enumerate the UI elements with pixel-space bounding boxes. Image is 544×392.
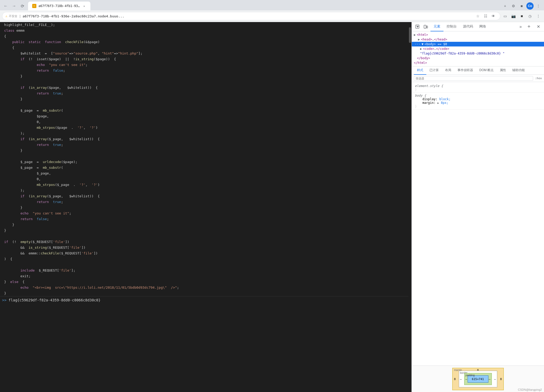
nav-buttons: ← → ⟳ bbox=[2, 2, 26, 10]
browser-chrome: ← → ⟳ a67f76f3-718b-4fb1-936e-2a9ac60c23… bbox=[0, 0, 544, 22]
flag-output-bar: >> flag{c59629df-f82a-4359-8dd0-c0066c8d… bbox=[0, 296, 412, 304]
new-tab-button[interactable]: + bbox=[501, 2, 509, 10]
dom-tree: ▶<html> ▶ <head>… </head> ···▼ <body> ==… bbox=[412, 31, 544, 66]
body-style-close: } bbox=[415, 105, 417, 108]
devtools-toolbar: 元素 控制台 源代码 网络 » + ✕ bbox=[412, 22, 544, 31]
address-bar-row: ⚠ 不安全 | a67f76f3-718b-4fb1-936e-2a9ac60c… bbox=[0, 10, 544, 22]
margin-expand-arrow[interactable]: ▶ bbox=[437, 102, 439, 104]
tab-network[interactable]: 网络 bbox=[476, 22, 489, 31]
extensions-button[interactable]: ■ bbox=[518, 2, 525, 10]
scrollbar-thumb[interactable] bbox=[409, 27, 411, 43]
expand-body-arrow[interactable]: ▼ bbox=[422, 42, 423, 46]
tab-properties[interactable]: 属性 bbox=[497, 66, 509, 75]
box-model-area: margin 8 8 8 border – – padding – – bbox=[412, 366, 544, 392]
content-size: 615×741 bbox=[472, 377, 484, 381]
element-style-close: } bbox=[415, 88, 417, 91]
customize-button[interactable]: ⚙ bbox=[510, 2, 517, 10]
address-bar[interactable]: ⚠ 不安全 | a67f76f3-718b-4fb1-936e-2a9ac60c… bbox=[2, 12, 500, 20]
styles-panel: element.style { } body { display: block;… bbox=[412, 82, 544, 366]
screenshot-button[interactable]: 📷 bbox=[510, 12, 517, 20]
svg-rect-2 bbox=[424, 25, 426, 28]
devtools-more-button[interactable]: » bbox=[517, 23, 524, 30]
styles-filter-bar: :hov bbox=[412, 75, 544, 82]
element-style-label: element.style { bbox=[415, 84, 443, 88]
margin-box: margin 8 8 8 border – – padding – – bbox=[452, 368, 504, 390]
hov-button[interactable]: :hov bbox=[535, 77, 542, 80]
flag-text: flag{c59629df-f82a-4359-8dd0-c0066c8d30c… bbox=[9, 297, 101, 303]
tab-styles[interactable]: 样式 bbox=[414, 66, 426, 75]
body-style-rule: body { display: block; margin: ▶ 8px; } bbox=[412, 93, 544, 110]
devtools-close-button[interactable]: ✕ bbox=[535, 23, 542, 30]
tab-computed[interactable]: 已计算 bbox=[426, 66, 442, 75]
main-area: highlight_file(__FILE__); class emmm { p… bbox=[0, 22, 544, 392]
devtools-add-button[interactable]: + bbox=[525, 23, 533, 30]
dom-line-head[interactable]: ▶ <head>… </head> bbox=[412, 37, 544, 42]
padding-right-val: – bbox=[489, 377, 490, 381]
tab-sources[interactable]: 源代码 bbox=[460, 22, 476, 31]
expand-html-arrow[interactable]: ▶ bbox=[414, 33, 416, 37]
tab-favicon bbox=[32, 4, 36, 8]
dom-line-body-close[interactable]: </body> bbox=[412, 56, 544, 60]
forward-button[interactable]: → bbox=[10, 2, 18, 10]
reload-button[interactable]: ⟳ bbox=[19, 2, 26, 10]
margin-val: 8px; bbox=[441, 101, 448, 105]
zoom-button[interactable]: 👁 bbox=[490, 12, 497, 20]
tab-layout[interactable]: 布局 bbox=[442, 66, 454, 75]
inspect-element-button[interactable] bbox=[414, 23, 421, 30]
tab-title: a67f76f3-718b-4fb1-936e-2a9ac60c23a7.nod… bbox=[38, 4, 80, 8]
tab-accessibility[interactable]: 辅助功能 bbox=[509, 66, 528, 75]
dom-line-code[interactable]: ▶ <code>… </code> bbox=[412, 46, 544, 51]
device-toolbar-button[interactable] bbox=[422, 23, 429, 30]
devtools-panel: 元素 控制台 源代码 网络 » + ✕ ▶<html> ▶ <head>… </… bbox=[412, 22, 544, 392]
code-scrollbar[interactable] bbox=[408, 22, 412, 392]
devtools-tabs: 元素 控制台 源代码 网络 bbox=[430, 22, 516, 31]
profile-avatar: Co bbox=[526, 2, 534, 10]
tab-dom-breakpoints[interactable]: DOM 断点 bbox=[476, 66, 497, 75]
back-button[interactable]: ← bbox=[2, 2, 9, 10]
border-box: border – – padding – – 615×741 bbox=[459, 371, 497, 387]
bottom-tabs-row: 样式 已计算 布局 事件侦听器 DOM 断点 属性 辅助功能 bbox=[412, 66, 544, 75]
address-extras: ☆ ☷ 👁 bbox=[474, 12, 497, 20]
tab-view-button[interactable]: ☷ bbox=[482, 12, 489, 20]
extensions-menu-button[interactable]: ◾ bbox=[518, 12, 525, 20]
margin-prop: margin: bbox=[422, 101, 436, 105]
tab-event-listeners[interactable]: 事件侦听器 bbox=[454, 66, 476, 75]
dom-line-html[interactable]: ▶<html> bbox=[412, 32, 544, 37]
padding-label: padding bbox=[466, 374, 475, 377]
padding-left-val: – bbox=[466, 377, 467, 381]
expand-code-arrow[interactable]: ▶ bbox=[420, 47, 422, 51]
box-model-container: margin 8 8 8 border – – padding – – bbox=[414, 368, 542, 390]
element-style-rule: element.style { } bbox=[412, 83, 544, 93]
border-right-val: – bbox=[494, 377, 496, 381]
history-button[interactable]: ◷ bbox=[526, 12, 534, 20]
more-button[interactable]: ⋮ bbox=[535, 2, 542, 10]
dom-line-body[interactable]: ···▼ <body> == $0 bbox=[412, 42, 544, 46]
border-left-val: – bbox=[460, 377, 462, 381]
tab-console[interactable]: 控制台 bbox=[443, 22, 460, 31]
url-text: a67f76f3-718b-4fb1-936e-2a9ac60c23a7.nod… bbox=[23, 14, 473, 18]
svg-rect-3 bbox=[427, 26, 428, 28]
tab-elements[interactable]: 元素 bbox=[430, 22, 443, 31]
arrow-icon: >> bbox=[2, 297, 6, 303]
csdn-watermark: CSDN@liangping2 bbox=[518, 388, 542, 391]
separator: | bbox=[19, 14, 21, 18]
padding-box: padding – – 615×741 bbox=[464, 373, 492, 385]
expand-head-arrow[interactable]: ▶ bbox=[418, 38, 420, 41]
body-dots-icon[interactable]: ··· bbox=[415, 42, 421, 46]
margin-right-val: 8 bbox=[500, 377, 502, 381]
bookmark-button[interactable]: ☆ bbox=[474, 12, 481, 20]
tab-close-button[interactable]: ✕ bbox=[82, 4, 86, 8]
dom-line-flag[interactable]: "flag{c59629df-f82a-4359-8dd0-c0066c8d30… bbox=[412, 51, 544, 56]
cast-button[interactable]: ▭ bbox=[501, 12, 509, 20]
display-val: block; bbox=[439, 97, 450, 101]
display-prop: display: bbox=[422, 97, 437, 101]
margin-left-val: 8 bbox=[454, 377, 456, 381]
active-tab[interactable]: a67f76f3-718b-4fb1-936e-2a9ac60c23a7.nod… bbox=[28, 2, 90, 10]
tab-bar: ← → ⟳ a67f76f3-718b-4fb1-936e-2a9ac60c23… bbox=[0, 0, 544, 10]
profile-button[interactable]: Co bbox=[526, 2, 534, 10]
styles-filter-input[interactable] bbox=[414, 76, 533, 81]
chrome-more-button[interactable]: ⋮ bbox=[535, 12, 542, 20]
code-panel: highlight_file(__FILE__); class emmm { p… bbox=[0, 22, 412, 392]
dom-line-html-close[interactable]: </html> bbox=[412, 60, 544, 65]
body-selector: body { bbox=[415, 94, 426, 97]
